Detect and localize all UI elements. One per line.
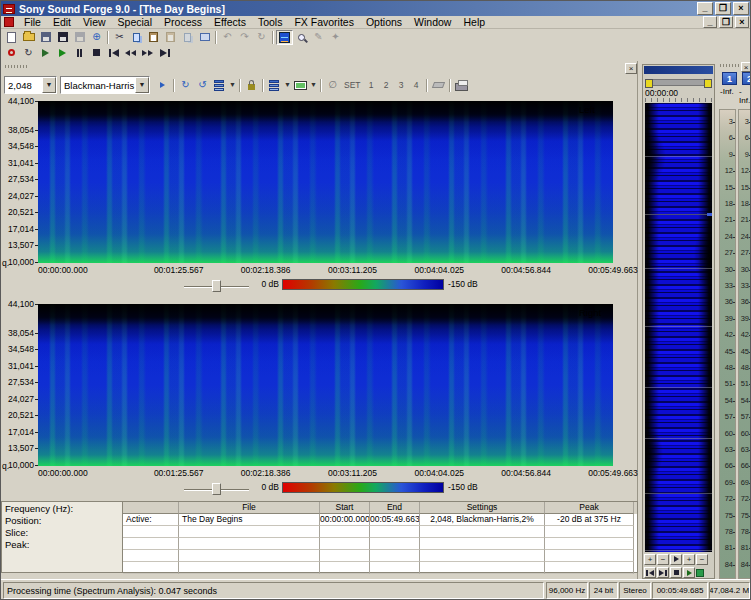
refresh-button[interactable]: ↻	[177, 77, 194, 94]
meter-bar-left[interactable]: 3691215182124273033363942454851545760636…	[719, 109, 736, 579]
zoom-in-time-button[interactable]: +	[644, 554, 656, 565]
eraser-button[interactable]	[430, 77, 447, 94]
set-button[interactable]: SET	[341, 77, 364, 94]
stop-button[interactable]	[88, 45, 105, 60]
render-as-button[interactable]	[71, 30, 88, 45]
meter-channel-2-button[interactable]: 2	[742, 72, 751, 85]
app-icon[interactable]	[3, 4, 15, 14]
chevron-down-icon[interactable]: ▼	[42, 77, 56, 93]
play-device-button[interactable]	[683, 567, 695, 578]
fft-size-combo[interactable]: 2,048 ▼	[4, 76, 57, 94]
forward-button[interactable]	[139, 45, 156, 60]
go-to-start-button[interactable]	[644, 567, 656, 578]
undo-button[interactable]: ↶	[219, 30, 236, 45]
save-as-button[interactable]	[54, 30, 71, 45]
repeat-button[interactable]: ↻	[253, 30, 270, 45]
open-button[interactable]	[20, 30, 37, 45]
pencil-tool-button[interactable]: ✎	[310, 30, 327, 45]
menu-tools[interactable]: Tools	[252, 16, 289, 29]
preset-3-button[interactable]: 3	[394, 77, 409, 94]
zoom-out-level-button[interactable]: −	[696, 554, 708, 565]
doc-minimize-button[interactable]: _	[703, 16, 717, 28]
meters-close-button[interactable]: ×	[741, 62, 751, 72]
spectrum-analysis-button[interactable]	[276, 30, 293, 45]
table-header-cell[interactable]: End	[370, 502, 420, 514]
slider-thumb[interactable]	[212, 483, 221, 495]
menu-options[interactable]: Options	[360, 16, 408, 29]
stop-button[interactable]	[670, 567, 682, 578]
minimize-button[interactable]: _	[697, 2, 713, 15]
preset-2-button[interactable]: 2	[379, 77, 394, 94]
chevron-down-icon[interactable]: ▼	[135, 77, 149, 93]
panel-grip[interactable]	[5, 65, 27, 68]
play-button[interactable]	[54, 45, 71, 60]
menu-edit[interactable]: Edit	[47, 16, 77, 29]
trim-button[interactable]	[196, 30, 213, 45]
mix-button[interactable]	[179, 30, 196, 45]
table-row-empty[interactable]	[123, 538, 637, 550]
table-header-cell[interactable]: Peak	[545, 502, 634, 514]
paste-special-button[interactable]	[162, 30, 179, 45]
sonogram-button[interactable]	[211, 77, 228, 94]
palette-button[interactable]	[266, 77, 283, 94]
close-button[interactable]: ×	[733, 2, 749, 15]
table-header-cell[interactable]: Settings	[420, 502, 545, 514]
table-row-empty[interactable]	[123, 562, 637, 574]
zoom-slider[interactable]	[184, 486, 249, 494]
menu-special[interactable]: Special	[112, 16, 158, 29]
preset-1-button[interactable]: 1	[364, 77, 379, 94]
zoom-in-level-button[interactable]: +	[683, 554, 695, 565]
table-row-active[interactable]: Active:The Day Begins00:00:00.00000:05:4…	[123, 514, 637, 526]
menu-effects[interactable]: Effects	[208, 16, 252, 29]
loop-playback-button[interactable]: ↻	[20, 45, 37, 60]
playback-cursor[interactable]	[707, 213, 712, 216]
go-to-end-button[interactable]	[156, 45, 173, 60]
menu-process[interactable]: Process	[158, 16, 208, 29]
restore-button[interactable]: ❐	[715, 2, 731, 15]
play-all-button[interactable]	[37, 45, 54, 60]
swatch-dropdown[interactable]: ▼	[309, 77, 318, 94]
table-row-empty[interactable]	[123, 526, 637, 538]
doc-restore-button[interactable]: ❐	[719, 16, 733, 28]
zoom-out-time-button[interactable]: −	[657, 554, 669, 565]
play-mini-button[interactable]	[670, 554, 682, 565]
menu-help[interactable]: Help	[457, 16, 491, 29]
lock-button[interactable]	[243, 77, 260, 94]
magnify-button[interactable]	[293, 30, 310, 45]
save-button[interactable]	[37, 30, 54, 45]
normal-display-button[interactable]	[154, 77, 171, 94]
slider-thumb[interactable]	[212, 280, 221, 292]
envelope-tool-button[interactable]: ✦	[327, 30, 344, 45]
sonogram-dropdown[interactable]: ▼	[228, 77, 237, 94]
new-button[interactable]	[3, 30, 20, 45]
doc-close-button[interactable]: ×	[735, 16, 749, 28]
spectrogram-plot[interactable]	[38, 304, 613, 466]
print-button[interactable]	[453, 77, 470, 94]
publish-button[interactable]: ⊕	[88, 30, 105, 45]
cut-button[interactable]: ✂	[111, 30, 128, 45]
zoom-slider[interactable]	[184, 283, 249, 291]
redo-button[interactable]: ↷	[236, 30, 253, 45]
menu-view[interactable]: View	[77, 16, 112, 29]
go-to-start-button[interactable]	[105, 45, 122, 60]
clear-button[interactable]: ∅	[324, 77, 341, 94]
smoothing-window-combo[interactable]: Blackman-Harris ▼	[60, 76, 150, 94]
document-icon[interactable]	[4, 17, 14, 27]
color-swatch-button[interactable]	[292, 77, 309, 94]
meter-grip[interactable]	[720, 64, 742, 67]
rewind-button[interactable]	[122, 45, 139, 60]
data-window-titlebar[interactable]	[644, 66, 713, 74]
table-header-cell[interactable]: File	[179, 502, 320, 514]
palette-dropdown[interactable]: ▼	[283, 77, 292, 94]
waveform-display[interactable]	[645, 103, 712, 552]
analysis-table[interactable]: FileStartEndSettingsPeakActive:The Day B…	[123, 501, 638, 573]
spectrogram-plot[interactable]	[38, 101, 613, 263]
menu-window[interactable]: Window	[408, 16, 457, 29]
copy-button[interactable]	[128, 30, 145, 45]
record-button[interactable]	[3, 45, 20, 60]
meter-channel-1-button[interactable]: 1	[722, 72, 737, 85]
table-header-cell[interactable]: Start	[320, 502, 370, 514]
table-header-cell[interactable]	[123, 502, 179, 514]
auto-refresh-button[interactable]: ↺	[194, 77, 211, 94]
paste-button[interactable]	[145, 30, 162, 45]
